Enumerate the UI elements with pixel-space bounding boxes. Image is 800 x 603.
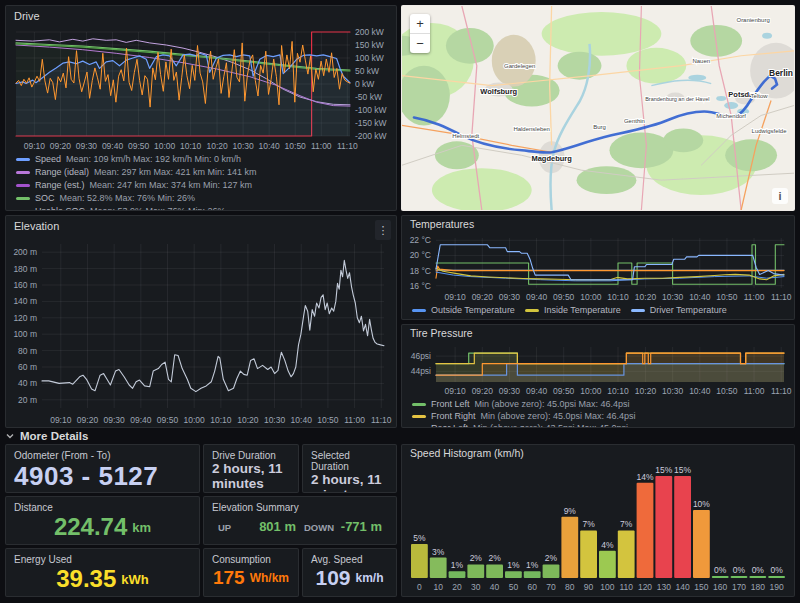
- series-name: Inside Temperature: [544, 305, 621, 315]
- svg-text:10:50: 10:50: [716, 386, 738, 396]
- svg-text:0%: 0%: [770, 565, 783, 575]
- panel-title-elevation[interactable]: Elevation: [6, 216, 396, 236]
- series-stats: Mean: 297 km Max: 421 km Min: 141 km: [94, 167, 257, 177]
- panel-temperatures: Temperatures 09:1009:2009:3009:4009:5010…: [401, 215, 795, 320]
- legend-item-range-ideal[interactable]: Range (ideal)Mean: 297 km Max: 421 km Mi…: [16, 167, 257, 177]
- series-stats: Mean: 53.9% Max: 76% Min: 26%: [90, 206, 226, 211]
- svg-text:15%: 15%: [674, 465, 691, 475]
- stat-title: Avg. Speed: [311, 554, 388, 565]
- legend-item-front-right[interactable]: Front RightMin (above zero): 45.0psi Max…: [412, 411, 636, 421]
- svg-text:11:00: 11:00: [744, 292, 765, 302]
- temperatures-chart: 09:1009:2009:3009:4009:5010:0010:1010:20…: [402, 233, 794, 303]
- row-more-details[interactable]: More Details: [5, 429, 795, 443]
- svg-text:10:40: 10:40: [291, 415, 313, 425]
- svg-text:15%: 15%: [655, 465, 672, 475]
- elevation-up-value: 801 m: [259, 519, 296, 534]
- map-zoom-in-button[interactable]: +: [410, 14, 430, 34]
- stat-drive-duration: Drive Duration 2 hours, 11 minutes: [203, 444, 299, 493]
- panel-title-tire[interactable]: Tire Pressure: [402, 325, 794, 342]
- svg-text:09:30: 09:30: [76, 141, 98, 151]
- panel-title-histogram[interactable]: Speed Histogram (km/h): [402, 445, 794, 462]
- svg-text:1%: 1%: [507, 560, 520, 570]
- legend-item-front-left[interactable]: Front LeftMin (above zero): 45.0psi Max:…: [412, 399, 630, 409]
- temperatures-legend: Outside TemperatureInside TemperatureDri…: [402, 303, 794, 320]
- series-name: Outside Temperature: [431, 305, 515, 315]
- svg-text:100: 100: [600, 582, 614, 592]
- series-color-swatch: [16, 171, 30, 174]
- svg-text:60 m: 60 m: [18, 362, 37, 372]
- stat-title: Odometer (From - To): [14, 450, 191, 461]
- svg-text:09:50: 09:50: [553, 386, 575, 396]
- panel-title-drive[interactable]: Drive: [6, 6, 396, 26]
- svg-text:2%: 2%: [488, 553, 501, 563]
- series-name: Driver Temperature: [650, 305, 727, 315]
- legend-item-inside-temperature[interactable]: Inside Temperature: [525, 305, 621, 315]
- city-label-burg: Burg: [593, 124, 606, 130]
- legend-item-rear-left[interactable]: Rear LeftMin (above zero): 43.5psi Max: …: [412, 423, 628, 428]
- svg-text:10:00: 10:00: [154, 141, 176, 151]
- legend-item-driver-temperature[interactable]: Driver Temperature: [631, 305, 727, 315]
- legend-item-soc[interactable]: SOCMean: 52.8% Max: 76% Min: 26%: [16, 193, 195, 203]
- svg-text:46psi: 46psi: [411, 351, 431, 361]
- map-zoom-out-button[interactable]: −: [410, 34, 430, 53]
- avg-speed-value: 109: [315, 566, 350, 590]
- map-attribution-icon[interactable]: i: [772, 188, 788, 204]
- svg-text:10:40: 10:40: [689, 386, 711, 396]
- svg-text:09:50: 09:50: [157, 415, 179, 425]
- svg-text:10:30: 10:30: [662, 386, 684, 396]
- svg-text:11:00: 11:00: [744, 386, 765, 396]
- stat-title: Energy Used: [14, 554, 191, 565]
- series-name: SOC: [35, 193, 55, 203]
- stat-title: Distance: [14, 502, 191, 513]
- svg-text:10:10: 10:10: [607, 292, 629, 302]
- map-training-area: [492, 35, 536, 87]
- map-canvas[interactable]: WolfsburgHelmstedtHaldenslebenGardelegen…: [402, 6, 794, 210]
- svg-text:5%: 5%: [413, 533, 426, 543]
- legend-item-outside-temperature[interactable]: Outside Temperature: [412, 305, 515, 315]
- svg-text:-150 kW: -150 kW: [355, 118, 387, 128]
- svg-text:2%: 2%: [470, 553, 483, 563]
- svg-text:10:50: 10:50: [716, 292, 738, 302]
- city-label-oranienburg: Oranienburg: [736, 17, 769, 23]
- elevation-down-label: DOWN: [304, 522, 334, 533]
- city-label-brandenburg-an-der-havel: Brandenburg an der Havel: [645, 96, 709, 102]
- svg-text:7%: 7%: [582, 519, 595, 529]
- legend-item-speed[interactable]: SpeedMean: 109 km/h Max: 192 km/h Min: 0…: [16, 154, 241, 164]
- consumption-unit: Wh/km: [250, 571, 289, 585]
- svg-text:7%: 7%: [620, 519, 633, 529]
- svg-text:10:20: 10:20: [635, 292, 657, 302]
- svg-text:11:10: 11:10: [371, 415, 392, 425]
- speed-histogram-chart: 5%03%101%202%302%401%501%602%709%807%904…: [402, 462, 794, 594]
- legend-item-range-est[interactable]: Range (est.)Mean: 247 km Max: 374 km Min…: [16, 180, 252, 190]
- legend-item-passenger-temperature[interactable]: Passenger Temperature: [412, 318, 527, 320]
- consumption-value: 175: [213, 567, 245, 589]
- distance-unit: km: [132, 520, 151, 535]
- series-name: Climate: [556, 318, 587, 320]
- svg-text:90: 90: [584, 582, 594, 592]
- svg-text:11:10: 11:10: [771, 386, 792, 396]
- stat-title: Drive Duration: [212, 450, 290, 461]
- svg-text:60: 60: [527, 582, 537, 592]
- svg-text:09:10: 09:10: [444, 292, 466, 302]
- svg-text:18 °C: 18 °C: [410, 266, 431, 276]
- panel-title-temperatures[interactable]: Temperatures: [402, 216, 794, 233]
- svg-text:10:30: 10:30: [662, 292, 684, 302]
- city-label-teltow: Teltow: [751, 93, 769, 99]
- legend-item-fan-status[interactable]: Fan status: [596, 318, 657, 320]
- svg-text:20 °C: 20 °C: [410, 250, 431, 260]
- svg-text:11:00: 11:00: [344, 415, 365, 425]
- legend-item-usable-soc[interactable]: Usable SOCMean: 53.9% Max: 76% Min: 26%: [16, 206, 226, 211]
- svg-text:150 kW: 150 kW: [355, 40, 384, 50]
- svg-text:14%: 14%: [636, 472, 653, 482]
- stat-odometer: Odometer (From - To) 4903 - 5127 km: [5, 444, 200, 493]
- svg-text:09:10: 09:10: [50, 415, 72, 425]
- city-label-gardelegen: Gardelegen: [504, 63, 535, 69]
- svg-text:10:10: 10:10: [180, 141, 202, 151]
- svg-text:44psi: 44psi: [411, 366, 431, 376]
- svg-text:10%: 10%: [693, 499, 710, 509]
- svg-text:80: 80: [565, 582, 575, 592]
- legend-item-climate[interactable]: Climate: [537, 318, 587, 320]
- stat-selected-duration: Selected Duration 2 hours, 11 minutes: [302, 444, 397, 493]
- svg-text:11:00: 11:00: [311, 141, 332, 151]
- svg-text:170: 170: [732, 582, 746, 592]
